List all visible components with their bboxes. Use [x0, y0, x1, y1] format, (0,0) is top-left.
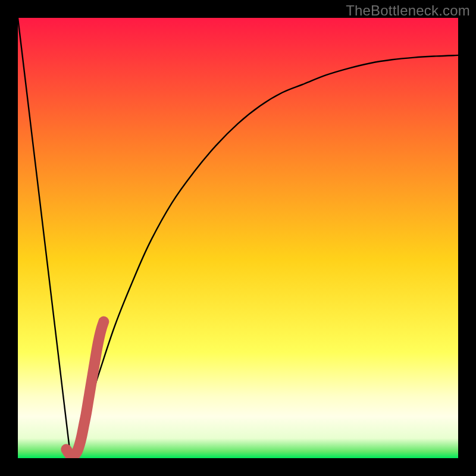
chart-plot — [18, 18, 458, 458]
gradient-background — [18, 18, 458, 458]
chart-frame: TheBottleneck.com — [0, 0, 476, 476]
watermark-text: TheBottleneck.com — [346, 2, 470, 19]
